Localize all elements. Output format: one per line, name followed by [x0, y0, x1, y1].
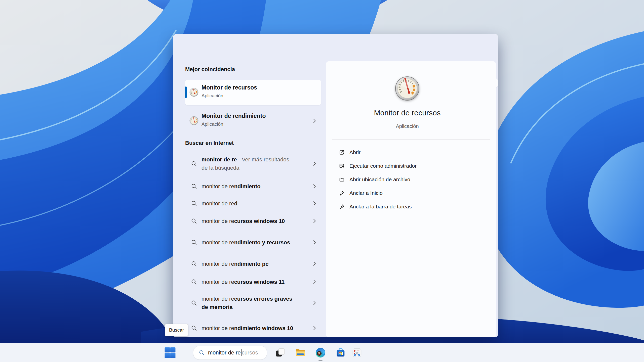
search-icon: [191, 239, 197, 246]
edge-icon: [315, 347, 326, 358]
web-suggestion[interactable]: monitor de recursos errores graves de me…: [185, 292, 321, 314]
open-external-icon: [339, 149, 345, 156]
web-suggestion[interactable]: monitor de recursos windows 11: [185, 274, 321, 290]
search-completion-text: cursos: [242, 349, 258, 356]
search-icon: [198, 349, 205, 356]
web-suggestion[interactable]: monitor de rendimiento y recursos: [185, 232, 321, 253]
preview-subtitle: Aplicación: [326, 123, 489, 129]
search-icon: [191, 325, 197, 331]
search-icon: [191, 260, 197, 267]
result-title: Monitor de rendimiento: [202, 113, 266, 119]
run-as-admin-icon: [339, 163, 345, 169]
store-icon: [335, 347, 346, 358]
search-icon: [191, 218, 197, 224]
divider: [332, 139, 490, 140]
chevron-right-icon[interactable]: [311, 218, 317, 224]
chevron-right-icon[interactable]: [311, 325, 317, 331]
taskbar-search-input[interactable]: monitor de recursos: [193, 346, 267, 360]
search-icon: [191, 279, 197, 285]
windows-start-icon: [164, 347, 176, 358]
web-suggestion[interactable]: monitor de recursos windows 10: [185, 213, 321, 229]
pin-icon: [339, 190, 345, 196]
snipping-tool-icon: [352, 347, 362, 358]
store-button[interactable]: [335, 347, 346, 358]
resource-monitor-gauge-icon: [395, 76, 420, 101]
desktop: b: [0, 0, 644, 362]
result-monitor-de-recursos[interactable]: Monitor de recursos Aplicación: [185, 80, 321, 105]
resource-monitor-gauge-icon: [189, 88, 198, 97]
search-tooltip: Buscar: [165, 324, 188, 336]
action-abrir-ubicacion[interactable]: Abrir ubicación de archivo: [332, 174, 483, 185]
chevron-right-icon[interactable]: [311, 239, 317, 245]
result-subtitle: Aplicación: [202, 121, 223, 127]
search-panel: Chat Todo Aplicaciones Documentos Web Co…: [173, 34, 498, 337]
search-icon: [191, 183, 197, 190]
chevron-right-icon[interactable]: [311, 118, 317, 124]
pin-icon: [339, 204, 345, 210]
action-ejecutar-como-administrador[interactable]: Ejecutar como administrador: [332, 160, 483, 172]
snipping-tool-button[interactable]: [352, 347, 362, 358]
edge-running-indicator: [318, 360, 323, 361]
chevron-right-icon[interactable]: [311, 279, 317, 285]
task-view-button[interactable]: [274, 347, 286, 358]
web-search-header: Buscar en Internet: [185, 140, 234, 146]
file-explorer-icon: [295, 347, 306, 358]
folder-icon: [339, 176, 345, 183]
best-match-header: Mejor coincidencia: [185, 66, 235, 73]
result-title: Monitor de recursos: [202, 84, 257, 91]
edge-button[interactable]: [315, 347, 326, 358]
result-subtitle: Aplicación: [202, 93, 223, 99]
result-monitor-de-rendimiento[interactable]: Monitor de rendimiento Aplicación: [185, 109, 321, 133]
action-anclar-inicio[interactable]: Anclar a Inicio: [332, 187, 483, 199]
action-anclar-barra-tareas[interactable]: Anclar a la barra de tareas: [332, 201, 483, 212]
file-explorer-button[interactable]: [295, 347, 306, 358]
search-icon: [191, 300, 197, 306]
chevron-right-icon[interactable]: [311, 300, 317, 306]
search-typed-text: monitor de re: [208, 349, 241, 356]
preview-title: Monitor de recursos: [326, 109, 489, 117]
web-suggestion[interactable]: monitor de rendimiento windows 10: [185, 317, 321, 337]
search-icon: [191, 200, 197, 207]
chevron-right-icon[interactable]: [311, 200, 317, 206]
task-view-icon: [274, 347, 286, 358]
web-suggestion[interactable]: monitor de rendimiento pc: [185, 256, 321, 272]
text-caret: [241, 349, 242, 356]
action-abrir[interactable]: Abrir: [332, 147, 483, 158]
web-suggestion[interactable]: monitor de rendimiento: [185, 178, 321, 194]
web-suggestion[interactable]: monitor de red: [185, 195, 321, 211]
chevron-right-icon[interactable]: [311, 261, 317, 267]
search-icon: [191, 160, 197, 167]
selection-accent-bar: [185, 86, 187, 98]
chevron-right-icon[interactable]: [311, 183, 317, 189]
start-button[interactable]: [164, 347, 176, 358]
performance-monitor-gauge-icon: [189, 116, 198, 125]
taskbar: monitor de recursos: [0, 343, 644, 362]
web-suggestion[interactable]: monitor de re - Ver más resultados de la…: [185, 153, 321, 174]
chevron-right-icon[interactable]: [311, 161, 317, 167]
preview-card: Monitor de recursos Aplicación Abrir Eje…: [326, 61, 496, 337]
